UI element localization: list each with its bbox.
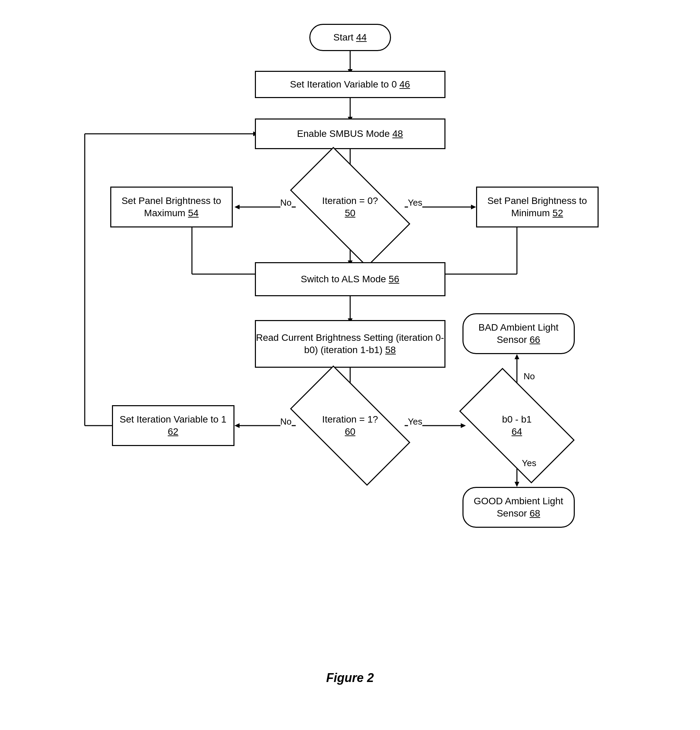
svg-marker-9: [235, 204, 239, 209]
read-brightness-node: Read Current Brightness Setting (iterati…: [255, 320, 445, 368]
flowchart-diagram: Start 44 Set Iteration Variable to 0 46 …: [44, 14, 656, 661]
set-iter-0-label: Set Iteration Variable to 0 46: [290, 78, 410, 91]
no-label-iter1-left: No: [280, 416, 292, 427]
iteration-0-node: Iteration = 0?50: [290, 147, 410, 267]
iteration-1-label: Iteration = 1?60: [319, 413, 381, 438]
svg-marker-29: [515, 482, 519, 487]
svg-marker-7: [471, 204, 476, 209]
set-iter-1-label: Set Iteration Variable to 162: [120, 413, 227, 438]
set-brightness-min-node: Set Panel Brightness to Minimum 52: [476, 187, 599, 228]
good-sensor-node: GOOD Ambient Light Sensor 68: [462, 487, 575, 528]
start-node: Start 44: [309, 24, 391, 51]
set-brightness-min-label: Set Panel Brightness to Minimum 52: [477, 195, 598, 220]
b0-b1-label: b0 - b164: [486, 413, 548, 438]
switch-als-node: Switch to ALS Mode 56: [255, 262, 445, 296]
read-brightness-label: Read Current Brightness Setting (iterati…: [256, 331, 445, 356]
good-sensor-label: GOOD Ambient Light Sensor 68: [464, 495, 574, 520]
bad-sensor-label: BAD Ambient Light Sensor 66: [464, 321, 574, 346]
yes-label-iter1-right: Yes: [408, 416, 422, 427]
iteration-0-label: Iteration = 0?50: [319, 195, 381, 220]
yes-label-b0b1-down: Yes: [522, 458, 536, 469]
start-label: Start 44: [333, 31, 366, 44]
yes-label-iter0-right: Yes: [408, 197, 422, 208]
iteration-1-node: Iteration = 1?60: [290, 365, 410, 486]
enable-smbus-node: Enable SMBUS Mode 48: [255, 118, 445, 149]
set-brightness-max-node: Set Panel Brightness to Maximum 54: [110, 187, 233, 228]
set-iter-1-node: Set Iteration Variable to 162: [112, 405, 235, 446]
enable-smbus-label: Enable SMBUS Mode 48: [297, 128, 403, 140]
no-label-b0b1-up: No: [524, 371, 535, 382]
set-brightness-max-label: Set Panel Brightness to Maximum 54: [111, 195, 232, 220]
figure-caption: Figure 2: [326, 671, 374, 685]
no-label-iter0-left: No: [280, 197, 292, 208]
b0-b1-node: b0 - b164: [459, 368, 575, 483]
bad-sensor-node: BAD Ambient Light Sensor 66: [462, 313, 575, 354]
svg-marker-23: [235, 423, 239, 428]
set-iter-0-node: Set Iteration Variable to 0 46: [255, 71, 445, 98]
svg-marker-27: [515, 354, 519, 359]
svg-marker-25: [461, 423, 466, 428]
switch-als-label: Switch to ALS Mode 56: [301, 273, 400, 285]
